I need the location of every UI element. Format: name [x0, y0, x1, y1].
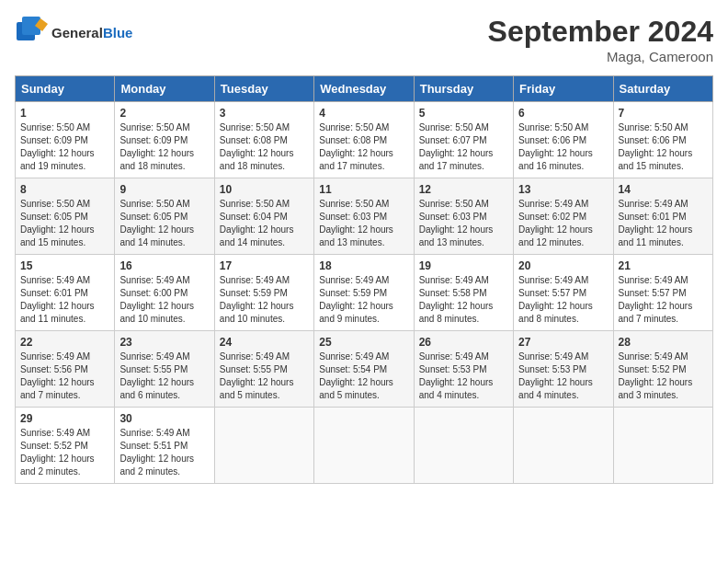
- calendar-table: SundayMondayTuesdayWednesdayThursdayFrid…: [15, 75, 713, 484]
- day-number: 23: [119, 336, 209, 349]
- day-info: Sunrise: 5:50 AM Sunset: 6:08 PM Dayligh…: [220, 121, 309, 173]
- calendar-day-cell: 12Sunrise: 5:50 AM Sunset: 6:03 PM Dayli…: [414, 178, 513, 255]
- day-number: 25: [319, 336, 408, 349]
- calendar-day-cell: 11Sunrise: 5:50 AM Sunset: 6:03 PM Dayli…: [314, 178, 414, 255]
- day-info: Sunrise: 5:49 AM Sunset: 5:55 PM Dayligh…: [119, 350, 209, 402]
- day-of-week-header: Monday: [115, 76, 214, 102]
- day-info: Sunrise: 5:49 AM Sunset: 5:57 PM Dayligh…: [518, 274, 608, 326]
- day-info: Sunrise: 5:50 AM Sunset: 6:09 PM Dayligh…: [20, 121, 109, 173]
- calendar-day-cell: 8Sunrise: 5:50 AM Sunset: 6:05 PM Daylig…: [16, 178, 115, 255]
- day-info: Sunrise: 5:50 AM Sunset: 6:08 PM Dayligh…: [319, 121, 408, 173]
- month-title: September 2024: [488, 15, 713, 49]
- calendar-day-cell: 4Sunrise: 5:50 AM Sunset: 6:08 PM Daylig…: [314, 102, 414, 178]
- day-number: 9: [119, 183, 209, 196]
- day-number: 24: [220, 336, 309, 349]
- day-number: 16: [119, 259, 209, 272]
- logo: GeneralBlue: [15, 15, 132, 52]
- day-info: Sunrise: 5:49 AM Sunset: 5:53 PM Dayligh…: [419, 350, 508, 402]
- calendar-day-cell: 25Sunrise: 5:49 AM Sunset: 5:54 PM Dayli…: [314, 331, 414, 408]
- day-number: 30: [119, 412, 209, 425]
- calendar-day-cell: 23Sunrise: 5:49 AM Sunset: 5:55 PM Dayli…: [115, 331, 214, 408]
- day-info: Sunrise: 5:50 AM Sunset: 6:04 PM Dayligh…: [220, 198, 309, 249]
- calendar-day-cell: 14Sunrise: 5:49 AM Sunset: 6:01 PM Dayli…: [613, 178, 712, 255]
- day-number: 8: [20, 183, 109, 196]
- page-header: GeneralBlue September 2024 Maga, Cameroo…: [15, 15, 713, 64]
- day-of-week-header: Thursday: [414, 76, 513, 102]
- day-info: Sunrise: 5:49 AM Sunset: 5:54 PM Dayligh…: [319, 350, 408, 402]
- calendar-day-cell: 22Sunrise: 5:49 AM Sunset: 5:56 PM Dayli…: [16, 331, 115, 408]
- day-number: 7: [619, 107, 708, 120]
- day-number: 21: [619, 259, 708, 272]
- day-info: Sunrise: 5:49 AM Sunset: 5:59 PM Dayligh…: [319, 274, 408, 326]
- day-number: 18: [319, 259, 408, 272]
- calendar-day-cell: 15Sunrise: 5:49 AM Sunset: 6:01 PM Dayli…: [16, 255, 115, 331]
- calendar-week-row: 1Sunrise: 5:50 AM Sunset: 6:09 PM Daylig…: [16, 102, 713, 178]
- day-of-week-header: Wednesday: [314, 76, 414, 102]
- calendar-day-cell: 17Sunrise: 5:49 AM Sunset: 5:59 PM Dayli…: [214, 255, 313, 331]
- calendar-empty-cell: [314, 408, 414, 484]
- day-number: 27: [518, 336, 608, 349]
- calendar-day-cell: 5Sunrise: 5:50 AM Sunset: 6:07 PM Daylig…: [414, 102, 513, 178]
- day-number: 3: [220, 107, 309, 120]
- calendar-day-cell: 6Sunrise: 5:50 AM Sunset: 6:06 PM Daylig…: [514, 102, 613, 178]
- day-of-week-header: Friday: [514, 76, 613, 102]
- day-number: 1: [20, 107, 109, 120]
- day-info: Sunrise: 5:49 AM Sunset: 5:52 PM Dayligh…: [20, 427, 109, 478]
- day-info: Sunrise: 5:50 AM Sunset: 6:03 PM Dayligh…: [419, 198, 508, 249]
- day-info: Sunrise: 5:49 AM Sunset: 6:01 PM Dayligh…: [20, 274, 109, 326]
- day-info: Sunrise: 5:50 AM Sunset: 6:07 PM Dayligh…: [419, 121, 508, 173]
- day-info: Sunrise: 5:49 AM Sunset: 6:01 PM Dayligh…: [619, 198, 708, 249]
- header-row: SundayMondayTuesdayWednesdayThursdayFrid…: [16, 76, 713, 102]
- calendar-day-cell: 21Sunrise: 5:49 AM Sunset: 5:57 PM Dayli…: [613, 255, 712, 331]
- calendar-day-cell: 10Sunrise: 5:50 AM Sunset: 6:04 PM Dayli…: [214, 178, 313, 255]
- day-info: Sunrise: 5:50 AM Sunset: 6:05 PM Dayligh…: [119, 198, 209, 249]
- calendar-day-cell: 16Sunrise: 5:49 AM Sunset: 6:00 PM Dayli…: [115, 255, 214, 331]
- day-info: Sunrise: 5:49 AM Sunset: 5:51 PM Dayligh…: [119, 427, 209, 478]
- calendar-day-cell: 20Sunrise: 5:49 AM Sunset: 5:57 PM Dayli…: [514, 255, 613, 331]
- calendar-day-cell: 13Sunrise: 5:49 AM Sunset: 6:02 PM Dayli…: [514, 178, 613, 255]
- day-of-week-header: Tuesday: [214, 76, 313, 102]
- calendar-day-cell: 2Sunrise: 5:50 AM Sunset: 6:09 PM Daylig…: [115, 102, 214, 178]
- calendar-day-cell: 30Sunrise: 5:49 AM Sunset: 5:51 PM Dayli…: [115, 408, 214, 484]
- day-info: Sunrise: 5:49 AM Sunset: 5:59 PM Dayligh…: [220, 274, 309, 326]
- logo-general: General: [51, 25, 103, 40]
- day-info: Sunrise: 5:50 AM Sunset: 6:06 PM Dayligh…: [518, 121, 608, 173]
- calendar-week-row: 15Sunrise: 5:49 AM Sunset: 6:01 PM Dayli…: [16, 255, 713, 331]
- day-info: Sunrise: 5:49 AM Sunset: 5:55 PM Dayligh…: [220, 350, 309, 402]
- logo-text: GeneralBlue: [51, 25, 132, 41]
- day-number: 26: [419, 336, 508, 349]
- calendar-day-cell: 28Sunrise: 5:49 AM Sunset: 5:52 PM Dayli…: [613, 331, 712, 408]
- logo-blue: Blue: [103, 25, 133, 40]
- day-number: 10: [220, 183, 309, 196]
- location: Maga, Cameroon: [488, 49, 713, 64]
- logo-icon: [15, 15, 48, 52]
- calendar-empty-cell: [214, 408, 313, 484]
- day-of-week-header: Saturday: [613, 76, 712, 102]
- calendar-week-row: 29Sunrise: 5:49 AM Sunset: 5:52 PM Dayli…: [16, 408, 713, 484]
- day-number: 12: [419, 183, 508, 196]
- day-info: Sunrise: 5:50 AM Sunset: 6:03 PM Dayligh…: [319, 198, 408, 249]
- calendar-day-cell: 19Sunrise: 5:49 AM Sunset: 5:58 PM Dayli…: [414, 255, 513, 331]
- calendar-week-row: 22Sunrise: 5:49 AM Sunset: 5:56 PM Dayli…: [16, 331, 713, 408]
- day-info: Sunrise: 5:50 AM Sunset: 6:05 PM Dayligh…: [20, 198, 109, 249]
- calendar-day-cell: 7Sunrise: 5:50 AM Sunset: 6:06 PM Daylig…: [613, 102, 712, 178]
- day-number: 4: [319, 107, 408, 120]
- day-info: Sunrise: 5:49 AM Sunset: 5:58 PM Dayligh…: [419, 274, 508, 326]
- day-info: Sunrise: 5:49 AM Sunset: 5:53 PM Dayligh…: [518, 350, 608, 402]
- day-number: 14: [619, 183, 708, 196]
- calendar-week-row: 8Sunrise: 5:50 AM Sunset: 6:05 PM Daylig…: [16, 178, 713, 255]
- day-number: 2: [119, 107, 209, 120]
- day-number: 17: [220, 259, 309, 272]
- day-number: 11: [319, 183, 408, 196]
- day-info: Sunrise: 5:49 AM Sunset: 5:56 PM Dayligh…: [20, 350, 109, 402]
- calendar-day-cell: 3Sunrise: 5:50 AM Sunset: 6:08 PM Daylig…: [214, 102, 313, 178]
- calendar-day-cell: 24Sunrise: 5:49 AM Sunset: 5:55 PM Dayli…: [214, 331, 313, 408]
- calendar-day-cell: 27Sunrise: 5:49 AM Sunset: 5:53 PM Dayli…: [514, 331, 613, 408]
- calendar-day-cell: 26Sunrise: 5:49 AM Sunset: 5:53 PM Dayli…: [414, 331, 513, 408]
- day-number: 28: [619, 336, 708, 349]
- calendar-empty-cell: [414, 408, 513, 484]
- day-of-week-header: Sunday: [16, 76, 115, 102]
- day-number: 29: [20, 412, 109, 425]
- day-number: 15: [20, 259, 109, 272]
- calendar-day-cell: 1Sunrise: 5:50 AM Sunset: 6:09 PM Daylig…: [16, 102, 115, 178]
